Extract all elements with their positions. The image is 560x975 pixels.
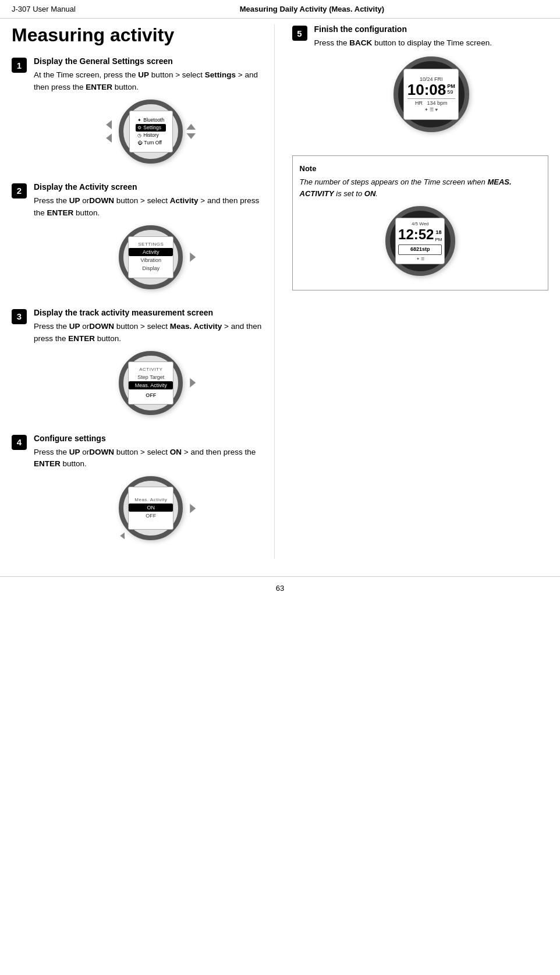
note-screen: 4/5 Wed 12:52 18 PM 6821stp ✦ ☰	[395, 218, 445, 264]
note-box: Note The number of steps appears on the …	[292, 155, 549, 291]
note-title: Note	[300, 163, 541, 175]
step-3-diagram: ACTIVITY Step Target Meas. Activity OFF	[34, 351, 268, 415]
step-4-heading: Configure settings	[34, 434, 268, 443]
menu-settings-selected: ⚙ Settings	[136, 124, 166, 132]
back-arrow-2	[106, 133, 112, 143]
right-arrow-3	[190, 378, 196, 388]
vibration-item: Vibration	[129, 256, 173, 264]
activity-item-selected: Activity	[129, 248, 173, 256]
step-4-screen: Meas. Activity ON OFF	[128, 487, 173, 530]
step-2-watch-wrapper: SETTINGS Activity Vibration Display	[119, 225, 183, 289]
meas-activity-header: Meas. Activity	[129, 497, 173, 502]
step-2-screen: SETTINGS Activity Vibration Display	[128, 236, 173, 278]
step-2-diagram: SETTINGS Activity Vibration Display	[34, 225, 268, 289]
step-2-right-arrows	[190, 253, 196, 262]
right-column: 5 Finish the configuration Press the BAC…	[286, 24, 549, 559]
history-icon: ◷	[137, 133, 141, 138]
note-time-row: 12:52 18 PM	[398, 228, 442, 244]
header-center: Measuring Daily Activity (Meas. Activity…	[240, 5, 384, 13]
menu-settings-label: Settings	[143, 125, 161, 130]
step-1-left-arrows	[106, 120, 112, 143]
hr-label: HR	[415, 100, 423, 106]
on-item-selected: ON	[129, 504, 173, 512]
menu-turnoff: ⏻ Turn Off	[136, 139, 166, 147]
right-arrow	[190, 253, 196, 262]
step-4-content: Configure settings Press the UP orDOWN b…	[34, 434, 268, 543]
section-title: Measuring activity	[12, 24, 268, 46]
step-2-number: 2	[12, 183, 27, 198]
note-status-icons: ✦ ☰	[398, 256, 442, 263]
content-area: Measuring activity 1 Display the General…	[0, 19, 560, 565]
step-5-content: Finish the configuration Press the BACK …	[314, 24, 549, 139]
ampm-sec-group: PM 59	[447, 83, 455, 95]
step-4-number: 4	[12, 435, 27, 450]
step-2-content: Display the Activity screen Press the UP…	[34, 182, 268, 292]
menu-history-label: History	[143, 132, 158, 138]
menu-bluetooth: ✦ Bluetooth	[136, 116, 166, 124]
off-item: OFF	[129, 512, 173, 520]
left-column: Measuring activity 1 Display the General…	[12, 24, 275, 559]
step-4-watch-wrapper: Meas. Activity ON OFF	[119, 476, 183, 540]
step-1-menu: ✦ Bluetooth ⚙ Settings ◷	[134, 115, 168, 148]
menu-bluetooth-label: Bluetooth	[143, 117, 164, 123]
hr-display: HR 134 bpm	[407, 98, 455, 106]
settings-header: SETTINGS	[129, 242, 173, 247]
step-1-body: At the Time screen, press the UP button …	[34, 69, 268, 94]
status-icons: ✦ ☰ ♥	[407, 107, 455, 112]
step-1-heading: Display the General Settings screen	[34, 56, 268, 66]
sec-value: 59	[447, 89, 453, 95]
display-item: Display	[129, 264, 173, 272]
time-value: 10:08	[407, 82, 446, 97]
step-1-number: 1	[12, 58, 27, 73]
right-arrow-4	[190, 504, 196, 513]
step-5-watch: 10/24 FRI 10:08 PM 59	[394, 56, 469, 132]
step-2-watch: SETTINGS Activity Vibration Display	[119, 225, 183, 289]
step-2: 2 Display the Activity screen Press the …	[12, 182, 268, 292]
down-arrow-btn	[186, 133, 196, 139]
settings-gear-icon: ⚙	[137, 125, 141, 130]
step-5: 5 Finish the configuration Press the BAC…	[292, 24, 549, 139]
step-5-body: Press the BACK button to display the Tim…	[314, 37, 549, 49]
step-3-content: Display the track activity measurement s…	[34, 308, 268, 417]
step-5-face: 10/24 FRI 10:08 PM 59	[405, 74, 458, 115]
note-day-num: 18	[435, 229, 442, 237]
turnoff-icon: ⏻	[137, 140, 142, 146]
note-diagram: 4/5 Wed 12:52 18 PM 6821stp ✦ ☰	[300, 206, 541, 276]
page-footer: 63	[0, 576, 560, 600]
step-2-heading: Display the Activity screen	[34, 182, 268, 192]
step-1-watch-wrapper: ✦ Bluetooth ⚙ Settings ◷	[119, 100, 183, 164]
step-1: 1 Display the General Settings screen At…	[12, 56, 268, 166]
step-1-content: Display the General Settings screen At t…	[34, 56, 268, 166]
step-target-item: Step Target	[129, 373, 173, 381]
step-4-body: Press the UP orDOWN button > select ON >…	[34, 446, 268, 471]
page-number: 63	[276, 584, 284, 593]
note-steps: 6821stp	[398, 244, 442, 255]
step-3-body: Press the UP orDOWN button > select Meas…	[34, 321, 268, 345]
corner-arrow	[120, 532, 125, 539]
step-4-diagram: Meas. Activity ON OFF	[34, 476, 268, 540]
time-row: 10:08 PM 59	[407, 82, 455, 97]
step-3-watch-wrapper: ACTIVITY Step Target Meas. Activity OFF	[119, 351, 183, 415]
page-header: J-307 User Manual Measuring Daily Activi…	[0, 0, 560, 19]
note-time: 12:52	[398, 228, 434, 242]
step-3-screen: ACTIVITY Step Target Meas. Activity OFF	[128, 361, 173, 405]
step-5-screen: 10/24 FRI 10:08 PM 59	[403, 69, 459, 120]
meas-activity-item: Meas. Activity	[129, 381, 173, 389]
hr-value: 134 bpm	[427, 100, 447, 106]
back-arrow	[106, 120, 112, 129]
step-3-heading: Display the track activity measurement s…	[34, 308, 268, 317]
step-3-number: 3	[12, 309, 27, 324]
ampm-value: PM	[447, 83, 455, 89]
note-body: The number of steps appears on the Time …	[300, 176, 541, 199]
step-4-menu: Meas. Activity ON OFF	[129, 496, 173, 521]
header-left: J-307 User Manual	[12, 5, 76, 13]
step-4-watch: Meas. Activity ON OFF	[119, 476, 183, 540]
step-3: 3 Display the track activity measurement…	[12, 308, 268, 417]
step-3-watch: ACTIVITY Step Target Meas. Activity OFF	[119, 351, 183, 415]
step-3-right-arrows	[190, 378, 196, 388]
note-ampm-group: 18 PM	[435, 229, 442, 244]
step-5-number: 5	[292, 26, 307, 41]
step-4: 4 Configure settings Press the UP orDOWN…	[12, 434, 268, 543]
menu-turnoff-label: Turn Off	[144, 140, 162, 146]
note-watch: 4/5 Wed 12:52 18 PM 6821stp ✦ ☰	[385, 206, 455, 276]
